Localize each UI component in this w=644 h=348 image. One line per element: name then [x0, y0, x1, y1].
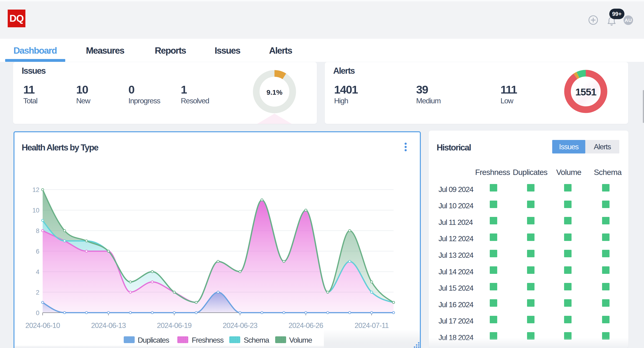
svg-text:1551: 1551 [575, 86, 596, 98]
svg-text:6: 6 [36, 248, 40, 255]
svg-text:2024-06-19: 2024-06-19 [157, 321, 192, 329]
svg-text:2024-06-26: 2024-06-26 [288, 321, 323, 329]
svg-text:8: 8 [36, 227, 40, 234]
svg-text:2024-06-13: 2024-06-13 [91, 321, 126, 329]
svg-text:2024-06-23: 2024-06-23 [223, 321, 258, 329]
svg-text:12: 12 [32, 186, 40, 193]
svg-text:9.1%: 9.1% [266, 88, 282, 96]
svg-text:10: 10 [32, 207, 40, 214]
svg-text:2: 2 [36, 289, 40, 296]
svg-text:2024-06-10: 2024-06-10 [26, 321, 60, 329]
svg-text:2024-07-11: 2024-07-11 [354, 321, 389, 329]
svg-text:0: 0 [36, 309, 40, 316]
svg-text:4: 4 [36, 268, 40, 275]
